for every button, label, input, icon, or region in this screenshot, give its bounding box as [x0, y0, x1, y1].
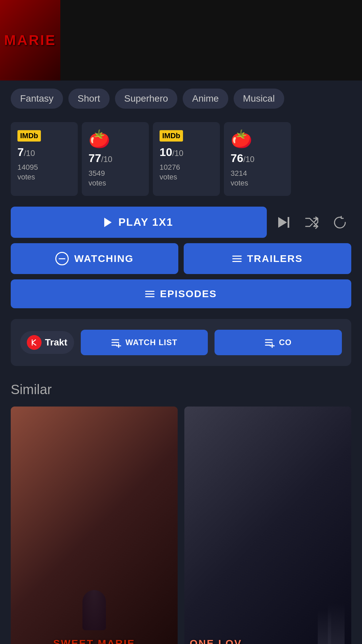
- action-section: PLAY 1X1 WATCHIN: [0, 201, 362, 314]
- svg-marker-0: [278, 217, 287, 228]
- similar-card-sweet-marie[interactable]: SWEET MARIE Sweet Marie ★ 5: [11, 407, 178, 644]
- episodes-list-icon: [145, 291, 155, 297]
- rating-votes-3: 10276votes: [160, 163, 213, 182]
- ratings-row: IMDb 7/10 14095votes 🍅 77/10 3549votes I…: [0, 117, 362, 201]
- hero-title: MARIE: [4, 32, 56, 48]
- imdb-badge-1: IMDb: [17, 130, 41, 142]
- svg-rect-1: [288, 217, 289, 228]
- watching-label: WATCHING: [74, 253, 133, 264]
- one-love-bg: ONE LOV: [184, 407, 351, 644]
- one-love-overlay-title: ONE LOV: [190, 638, 242, 644]
- hero-section: MARIE: [0, 0, 362, 80]
- svg-point-2: [29, 338, 39, 347]
- trakt-icon: [27, 335, 42, 350]
- watchlist-add-icon: [111, 337, 122, 348]
- rating-score-3: 10/10: [160, 146, 213, 159]
- episodes-label: EPISODES: [160, 288, 217, 300]
- play-icon: [104, 218, 112, 227]
- genre-tag-anime[interactable]: Anime: [183, 89, 228, 109]
- skip-next-button[interactable]: [272, 211, 295, 234]
- collection-button[interactable]: CO: [215, 330, 342, 355]
- genre-tag-superhero[interactable]: Superhero: [115, 89, 178, 109]
- episodes-row: EPISODES: [11, 279, 351, 308]
- genre-tag-fantasy[interactable]: Fantasy: [11, 89, 63, 109]
- refresh-icon: [333, 215, 347, 230]
- skip-next-icon: [276, 215, 291, 230]
- genre-tag-musical[interactable]: Musical: [234, 89, 284, 109]
- minus-circle-icon: [55, 252, 69, 265]
- rating-score-4: 76/10: [231, 152, 284, 165]
- sweet-marie-bg: SWEET MARIE: [11, 407, 178, 644]
- sweet-marie-overlay-title: SWEET MARIE: [53, 638, 135, 644]
- collection-label: CO: [279, 338, 292, 347]
- trailers-button[interactable]: TRAILERS: [184, 243, 351, 274]
- trakt-label: Trakt: [45, 337, 67, 348]
- tomato-icon-2: 🍅: [231, 130, 284, 148]
- similar-card-one-love[interactable]: ONE LOV One love ★ 10: [184, 407, 351, 644]
- rating-card-imdb-1: IMDb 7/10 14095votes: [11, 122, 78, 196]
- refresh-button[interactable]: [328, 211, 351, 234]
- genre-tag-short[interactable]: Short: [68, 89, 110, 109]
- similar-section: Similar SWEET MARIE Sweet Marie ★ 5: [0, 371, 362, 644]
- genre-tags-row: Fantasy Short Superhero Anime Musical: [0, 80, 362, 117]
- play-label: PLAY 1X1: [118, 216, 173, 228]
- trakt-logo: Trakt: [20, 331, 74, 354]
- rating-card-tomato-2: 🍅 76/10 3214votes: [224, 122, 291, 196]
- watching-trailers-row: WATCHING TRAILERS: [11, 243, 351, 274]
- watchlist-button[interactable]: WATCH LIST: [81, 330, 208, 355]
- collection-add-icon: [265, 337, 276, 348]
- watching-button[interactable]: WATCHING: [11, 243, 178, 274]
- shuffle-icon: [304, 215, 319, 230]
- shuffle-button[interactable]: [300, 211, 323, 234]
- rating-card-tomato-1: 🍅 77/10 3549votes: [82, 122, 149, 196]
- rating-votes-4: 3214votes: [231, 169, 284, 188]
- hero-image: MARIE: [0, 0, 60, 80]
- tomato-icon-1: 🍅: [88, 130, 142, 148]
- trailers-label: TRAILERS: [247, 253, 303, 264]
- rating-score-2: 77/10: [88, 152, 142, 165]
- one-love-image: ONE LOV: [184, 407, 351, 644]
- watchlist-label: WATCH LIST: [125, 338, 177, 347]
- rating-score-1: 7/10: [17, 146, 71, 159]
- minus-line-icon: [59, 258, 65, 259]
- similar-grid: SWEET MARIE Sweet Marie ★ 5 ONE LOV One: [11, 407, 351, 644]
- sweet-marie-image: SWEET MARIE: [11, 407, 178, 644]
- similar-title: Similar: [11, 382, 351, 397]
- rating-votes-1: 14095votes: [17, 163, 71, 182]
- play-row: PLAY 1X1: [11, 207, 351, 238]
- rating-card-imdb-2: IMDb 10/10 10276votes: [153, 122, 220, 196]
- episodes-button[interactable]: EPISODES: [11, 279, 351, 308]
- play-button[interactable]: PLAY 1X1: [11, 207, 267, 238]
- list-icon: [232, 256, 242, 262]
- trakt-section: Trakt WATCH LIST CO: [11, 319, 351, 366]
- rating-votes-2: 3549votes: [88, 169, 142, 188]
- imdb-badge-2: IMDb: [160, 130, 183, 142]
